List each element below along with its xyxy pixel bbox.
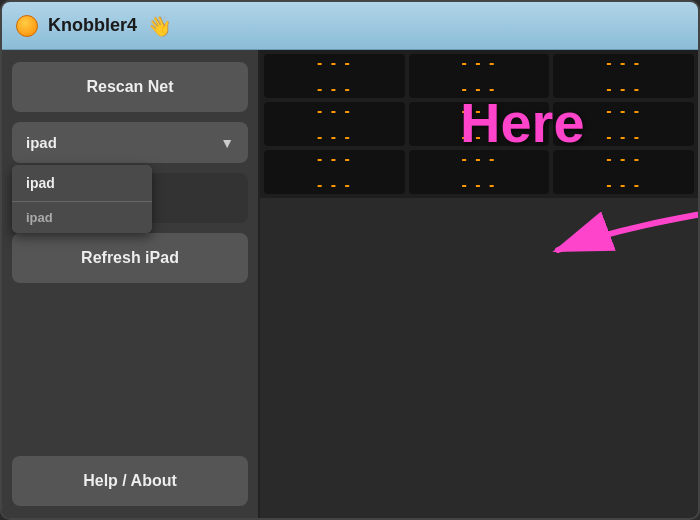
- app-title: Knobbler4: [48, 15, 137, 36]
- dropdown-item-ipad2[interactable]: ipad: [12, 202, 152, 233]
- dash-display: - - -: [606, 54, 641, 72]
- device-dropdown-wrapper: ipad ▼ ipad ipad: [12, 122, 248, 163]
- dash-display: - - -: [317, 150, 352, 168]
- title-bar: Knobbler4 👋: [2, 2, 698, 50]
- dash-display: - - -: [606, 150, 641, 168]
- device-dropdown[interactable]: ipad ▼: [12, 122, 248, 163]
- dropdown-menu: ipad ipad: [12, 165, 152, 233]
- dash-display: - - -: [606, 176, 641, 194]
- dropdown-item-ipad[interactable]: ipad: [12, 165, 152, 202]
- dash-display: - - -: [606, 102, 641, 120]
- dash-display: - - -: [462, 176, 497, 194]
- dash-display: - - -: [606, 128, 641, 146]
- dropdown-selected-value: ipad: [26, 134, 57, 151]
- grid-cell-7[interactable]: - - - - - -: [264, 150, 405, 194]
- dash-display: - - -: [317, 80, 352, 98]
- app-window: Knobbler4 👋 Rescan Net ipad ▼ ipad ipad …: [0, 0, 700, 520]
- grid-cell-9[interactable]: - - - - - -: [553, 150, 694, 194]
- hand-icon: 👋: [147, 14, 172, 38]
- grid-cell-4[interactable]: - - - - - -: [264, 102, 405, 146]
- rescan-net-button[interactable]: Rescan Net: [12, 62, 248, 112]
- refresh-ipad-button[interactable]: Refresh iPad: [12, 233, 248, 283]
- dash-display: - - -: [462, 54, 497, 72]
- dash-display: - - -: [606, 80, 641, 98]
- grid-cell-8[interactable]: - - - - - -: [409, 150, 550, 194]
- chevron-down-icon: ▼: [220, 135, 234, 151]
- spacer: [12, 293, 248, 446]
- here-label: Here: [460, 90, 585, 155]
- grid-cell-1[interactable]: - - - - - -: [264, 54, 405, 98]
- dash-display: - - -: [317, 128, 352, 146]
- help-about-button[interactable]: Help / About: [12, 456, 248, 506]
- dash-display: - - -: [317, 54, 352, 72]
- traffic-light-button[interactable]: [16, 15, 38, 37]
- grid-container: - - - - - - - - - - - - - - - - - - - - …: [260, 50, 698, 518]
- dash-display: - - -: [317, 176, 352, 194]
- main-content: Rescan Net ipad ▼ ipad ipad 2347 Refresh…: [2, 50, 698, 518]
- sidebar: Rescan Net ipad ▼ ipad ipad 2347 Refresh…: [2, 50, 260, 518]
- dash-display: - - -: [317, 102, 352, 120]
